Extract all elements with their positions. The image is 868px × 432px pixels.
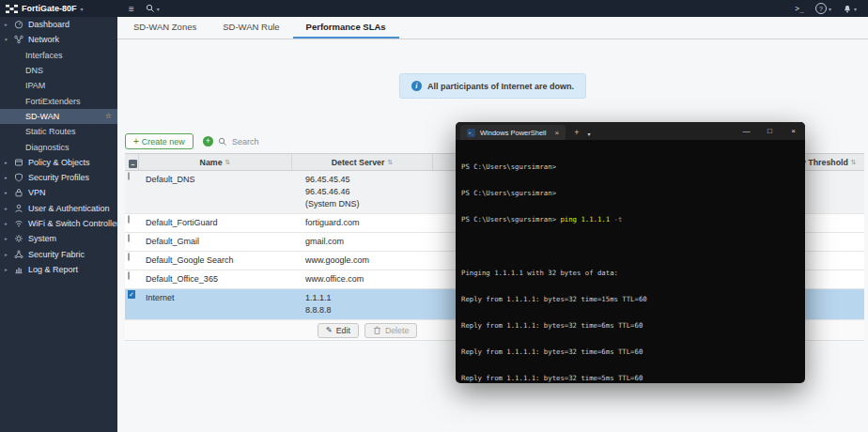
tab-performance-slas[interactable]: Performance SLAs: [293, 17, 399, 39]
sidebar-item-label: Dashboard: [28, 20, 70, 29]
sidebar-item-label: Log & Report: [28, 265, 78, 274]
search-icon: [146, 4, 155, 13]
new-tab-button[interactable]: +: [574, 128, 579, 137]
add-filter-icon[interactable]: +: [203, 136, 213, 147]
favorite-star-icon[interactable]: ☆: [105, 112, 112, 120]
detect-servers: fortiguard.com: [291, 214, 432, 232]
sidebar-item-sd-wan[interactable]: SD-WAN ☆: [0, 109, 117, 124]
detect-servers: 96.45.45.45 96.45.46.46 (System DNS): [291, 171, 432, 213]
sidebar-item-label: Interfaces: [25, 51, 63, 60]
column-header-label: Name: [200, 158, 223, 167]
fabric-icon: [14, 250, 24, 259]
wifi-icon: [14, 219, 24, 228]
status-banner: i All participants of Internet are down.: [399, 73, 586, 99]
help-button[interactable]: ? ▾: [815, 3, 831, 14]
sidebar-item-label: DNS: [25, 66, 43, 75]
powershell-icon: >_: [467, 129, 475, 137]
cli-console-button[interactable]: >_: [795, 5, 804, 13]
sidebar-item-label: SD-WAN: [25, 112, 59, 121]
row-checkbox[interactable]: [128, 215, 130, 224]
fortinet-logo-icon: [6, 5, 18, 13]
create-new-label: Create new: [142, 137, 185, 147]
sidebar-item-static-routes[interactable]: Static Routes: [0, 124, 117, 139]
tab-sdwan-zones[interactable]: SD-WAN Zones: [120, 17, 209, 39]
sidebar-item-interfaces[interactable]: Interfaces: [0, 48, 117, 63]
dashboard-icon: [14, 20, 24, 29]
delete-button[interactable]: Delete: [364, 323, 417, 338]
select-all-checkbox[interactable]: –: [125, 154, 139, 170]
terminal-line: PS C:\Users\sgursimran>: [461, 162, 799, 171]
checkbox-icon: –: [129, 160, 137, 168]
row-checkbox[interactable]: [128, 172, 130, 180]
chevron-right-icon: ▸: [5, 252, 10, 257]
sidebar-item-diagnostics[interactable]: Diagnostics: [0, 139, 117, 154]
search-input[interactable]: Search: [232, 137, 259, 147]
minimize-button[interactable]: —: [735, 127, 758, 135]
topbar: FortiGate-80F ▾ ≡ ▾ >_ ? ▾ ▾: [0, 0, 868, 17]
sla-name: Default_Gmail: [138, 233, 291, 251]
server-address: www.google.com: [305, 255, 432, 267]
terminal-body[interactable]: PS C:\Users\sgursimran> PS C:\Users\sgur…: [456, 140, 805, 383]
detect-servers: gmail.com: [291, 233, 432, 251]
sla-name: Internet: [138, 289, 291, 307]
toolbar: + Create new + Search: [125, 133, 258, 149]
help-icon: ?: [815, 3, 827, 14]
sidebar-item-wifi-switch-controller[interactable]: ▸ WiFi & Switch Controller: [0, 216, 117, 231]
server-address: (System DNS): [305, 198, 432, 210]
sidebar-item-ipam[interactable]: IPAM: [0, 78, 117, 93]
sort-icon: ⇅: [851, 159, 857, 166]
server-address: 96.45.45.45: [305, 174, 432, 186]
chevron-right-icon: ▸: [5, 22, 10, 27]
sidebar-item-user-authentication[interactable]: ▸ User & Authentication: [0, 201, 117, 216]
terminal-tab[interactable]: >_ Windows PowerShell ×: [460, 125, 566, 140]
close-button[interactable]: ×: [782, 127, 805, 135]
sidebar-item-system[interactable]: ▸ System: [0, 231, 117, 246]
sla-name: Default_Google Search: [138, 252, 291, 270]
edit-button[interactable]: ✎ Edit: [318, 323, 359, 338]
global-search-button[interactable]: ▾: [146, 4, 160, 13]
sidebar-item-policy-objects[interactable]: ▸ Policy & Objects: [0, 155, 117, 170]
row-checkbox[interactable]: [128, 253, 130, 261]
row-checkbox-checked[interactable]: ✓: [128, 290, 135, 299]
powershell-titlebar[interactable]: >_ Windows PowerShell × + ▾ — □ ×: [456, 122, 805, 140]
server-address: 1.1.1.1: [305, 292, 432, 304]
chart-icon: [14, 265, 24, 274]
device-selector[interactable]: FortiGate-80F ▾: [0, 4, 117, 13]
command-flag: -t: [610, 215, 622, 224]
create-new-button[interactable]: + Create new: [125, 133, 194, 149]
chevron-right-icon: ▸: [5, 175, 10, 180]
edit-label: Edit: [336, 326, 350, 335]
notifications-button[interactable]: ▾: [843, 4, 857, 13]
sidebar-item-security-fabric[interactable]: ▸ Security Fabric: [0, 246, 117, 261]
tab-bar: SD-WAN Zones SD-WAN Rule Performance SLA…: [117, 17, 868, 39]
maximize-button[interactable]: □: [758, 127, 782, 135]
search-icon: [218, 137, 227, 147]
sla-name: Default_DNS: [138, 171, 291, 189]
sidebar-item-dashboard[interactable]: ▸ Dashboard: [0, 17, 117, 32]
tab-sdwan-rule[interactable]: SD-WAN Rule: [209, 17, 292, 39]
column-header-name[interactable]: Name ⇅: [139, 154, 292, 170]
sidebar-item-dns[interactable]: DNS: [0, 63, 117, 78]
terminal-line: Reply from 1.1.1.1: bytes=32 time=15ms T…: [461, 295, 799, 303]
search-control[interactable]: + Search: [203, 136, 259, 147]
tab-close-icon[interactable]: ×: [554, 129, 559, 137]
row-checkbox[interactable]: [128, 234, 130, 242]
column-header-detect-server[interactable]: Detect Server ⇅: [292, 154, 433, 170]
server-address: 8.8.8.8: [305, 304, 432, 316]
tab-dropdown-icon[interactable]: ▾: [587, 131, 590, 137]
terminal-tab-title: Windows PowerShell: [480, 129, 546, 137]
sidebar-collapse-button[interactable]: ≡: [129, 4, 134, 14]
sidebar-item-fortiextenders[interactable]: FortiExtenders: [0, 93, 117, 108]
terminal-line: Reply from 1.1.1.1: bytes=32 time=6ms TT…: [461, 321, 799, 330]
row-checkbox[interactable]: [128, 271, 130, 280]
sidebar: ▸ Dashboard ▾ Network Interfaces DNS IPA…: [0, 17, 117, 432]
terminal-line: PS C:\Users\sgursimran>: [461, 189, 799, 197]
delete-label: Delete: [385, 326, 409, 335]
sidebar-item-log-report[interactable]: ▸ Log & Report: [0, 262, 117, 277]
sidebar-item-network[interactable]: ▾ Network: [0, 32, 117, 47]
sla-name: Default_Office_365: [138, 270, 291, 288]
sidebar-item-vpn[interactable]: ▸ VPN: [0, 185, 117, 200]
server-address: fortiguard.com: [305, 217, 432, 229]
terminal-line: Reply from 1.1.1.1: bytes=32 time=5ms TT…: [461, 374, 799, 382]
sidebar-item-security-profiles[interactable]: ▸ Security Profiles: [0, 170, 117, 185]
